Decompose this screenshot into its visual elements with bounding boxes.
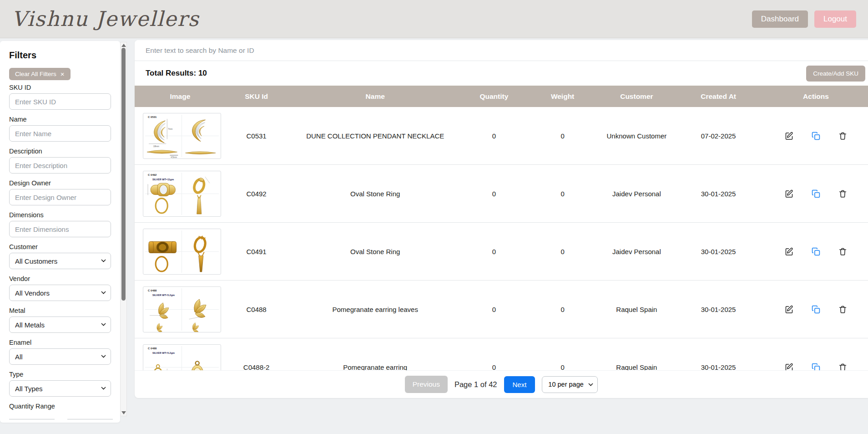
delete-trash-icon[interactable] bbox=[837, 304, 848, 315]
sku-id-cell: C0488-2 bbox=[226, 363, 287, 371]
sku-image-thumbnail[interactable]: C 0488SILVER WT=5.2gm bbox=[143, 344, 221, 371]
copy-icon[interactable] bbox=[810, 304, 822, 315]
filter-label: Quantity Range bbox=[9, 403, 111, 410]
customer-cell: Jaidev Personal bbox=[601, 190, 673, 198]
filter-select-vendor[interactable]: All Vendors bbox=[9, 285, 111, 301]
svg-text:SILVER WT=11gm: SILVER WT=11gm bbox=[152, 178, 174, 181]
scrollbar-track[interactable] bbox=[121, 47, 126, 411]
actions-cell bbox=[764, 304, 868, 315]
previous-page-button[interactable]: Previous bbox=[405, 376, 448, 393]
filter-input-dimensions[interactable] bbox=[9, 221, 111, 237]
svg-text:C 0531: C 0531 bbox=[148, 116, 157, 118]
sku-id-cell: C0488 bbox=[226, 306, 287, 313]
column-header-quantity: Quantity bbox=[463, 92, 525, 101]
table-row: C 0488SILVER WT=5.2gmC0488-2Pomegranate … bbox=[135, 338, 868, 370]
filter-label: Design Owner bbox=[9, 179, 111, 187]
weight-cell: 0 bbox=[525, 132, 601, 140]
dashboard-button[interactable]: Dashboard bbox=[752, 10, 808, 28]
pagination-bar: Previous Page 1 of 42 Next 10 per page bbox=[135, 370, 868, 398]
filter-groups: SKU IDNameDescriptionDesign OwnerDimensi… bbox=[9, 84, 111, 397]
actions-cell bbox=[764, 362, 868, 371]
sku-image-thumbnail[interactable]: C 0492SILVER WT=11gm bbox=[143, 171, 221, 217]
copy-icon[interactable] bbox=[810, 246, 822, 257]
created-at-cell: 07-02-2025 bbox=[673, 132, 764, 140]
copy-icon[interactable] bbox=[810, 130, 822, 142]
column-header-created-at: Created At bbox=[673, 92, 764, 101]
table-row: C0491Oval Stone Ring00Jaidev Personal30-… bbox=[135, 223, 868, 281]
scroll-up-arrow-icon[interactable] bbox=[121, 44, 126, 47]
column-header-weight: Weight bbox=[525, 92, 601, 101]
scrollbar-thumb[interactable] bbox=[121, 48, 126, 301]
edit-icon[interactable] bbox=[783, 304, 795, 315]
filters-sidebar: Filters Clear All Filters × SKU IDNameDe… bbox=[0, 41, 120, 423]
svg-text:18mm: 18mm bbox=[153, 145, 159, 147]
clear-all-filters-button[interactable]: Clear All Filters × bbox=[9, 68, 71, 80]
filter-select-enamel[interactable]: All bbox=[9, 348, 111, 365]
svg-text:SILVER WT=5.2gm: SILVER WT=5.2gm bbox=[152, 294, 175, 296]
filter-input-design-owner[interactable] bbox=[9, 189, 111, 205]
quantity-cell: 0 bbox=[463, 190, 525, 198]
delete-trash-icon[interactable] bbox=[837, 246, 848, 257]
quantity-cell: 0 bbox=[463, 132, 525, 140]
quantity-min-input[interactable] bbox=[9, 412, 55, 419]
edit-icon[interactable] bbox=[783, 246, 795, 257]
filter-select-customer[interactable]: All Customers bbox=[9, 253, 111, 269]
sku-image-thumbnail[interactable]: 7mm18mm4.5mmC 0531 bbox=[143, 113, 221, 159]
filter-label: Enamel bbox=[9, 339, 111, 346]
edit-icon[interactable] bbox=[783, 130, 795, 142]
sku-image-thumbnail[interactable] bbox=[143, 229, 221, 275]
sku-table: ImageSKU IdNameQuantityWeightCustomerCre… bbox=[135, 86, 868, 370]
filter-group: CustomerAll Customers bbox=[9, 243, 111, 269]
name-cell: DUNE COLLECTION PENDANT NECKLACE bbox=[287, 132, 463, 140]
filter-input-description[interactable] bbox=[9, 157, 111, 174]
column-header-sku-id: SKU Id bbox=[226, 92, 287, 101]
total-results-value: 10 bbox=[198, 69, 207, 77]
filters-title: Filters bbox=[9, 50, 111, 61]
sku-id-cell: C0531 bbox=[226, 132, 287, 140]
name-cell: Pomegranate earring leaves bbox=[287, 306, 463, 313]
quantity-max-input[interactable] bbox=[67, 412, 113, 419]
table-row: 7mm18mm4.5mmC 0531C0531DUNE COLLECTION P… bbox=[135, 107, 868, 165]
filter-group: Name bbox=[9, 116, 111, 142]
created-at-cell: 30-01-2025 bbox=[673, 190, 764, 198]
search-input[interactable] bbox=[135, 40, 868, 61]
svg-text:C 0488: C 0488 bbox=[148, 289, 157, 292]
column-header-actions: Actions bbox=[764, 92, 868, 101]
svg-text:SILVER WT=5.2gm: SILVER WT=5.2gm bbox=[152, 352, 175, 354]
quantity-cell: 0 bbox=[463, 306, 525, 313]
filter-group: MetalAll Metals bbox=[9, 307, 111, 333]
edit-icon[interactable] bbox=[783, 188, 795, 199]
image-cell: C 0492SILVER WT=11gm bbox=[135, 171, 226, 217]
actions-cell bbox=[764, 188, 868, 199]
create-add-sku-button[interactable]: Create/Add SKU bbox=[806, 66, 865, 82]
sku-image-thumbnail[interactable]: C 0488SILVER WT=5.2gm bbox=[143, 286, 221, 332]
sidebar-scrollbar[interactable] bbox=[120, 42, 127, 416]
next-page-button[interactable]: Next bbox=[504, 376, 535, 393]
logout-button[interactable]: Logout bbox=[814, 10, 856, 28]
delete-trash-icon[interactable] bbox=[837, 188, 848, 199]
table-header-row: ImageSKU IdNameQuantityWeightCustomerCre… bbox=[135, 86, 868, 107]
delete-trash-icon[interactable] bbox=[837, 130, 848, 142]
customer-cell: Unknown Customer bbox=[601, 132, 673, 140]
copy-icon[interactable] bbox=[810, 362, 822, 371]
filter-select-type[interactable]: All Types bbox=[9, 380, 111, 397]
delete-trash-icon[interactable] bbox=[837, 362, 848, 371]
filter-label: Dimensions bbox=[9, 211, 111, 219]
sku-id-cell: C0492 bbox=[226, 190, 287, 198]
close-icon[interactable]: × bbox=[61, 72, 65, 77]
filter-select-metal[interactable]: All Metals bbox=[9, 317, 111, 333]
scroll-down-arrow-icon[interactable] bbox=[121, 411, 126, 414]
image-cell: 7mm18mm4.5mmC 0531 bbox=[135, 113, 226, 159]
filter-input-name[interactable] bbox=[9, 125, 111, 142]
copy-icon[interactable] bbox=[810, 188, 822, 199]
total-results: Total Results: 10 bbox=[146, 69, 207, 78]
quantity-cell: 0 bbox=[463, 363, 525, 371]
per-page-select[interactable]: 10 per page bbox=[542, 376, 598, 393]
filter-label: Type bbox=[9, 371, 111, 378]
name-cell: Oval Stone Ring bbox=[287, 248, 463, 255]
edit-icon[interactable] bbox=[783, 362, 795, 371]
filter-input-sku-id[interactable] bbox=[9, 93, 111, 110]
sidebar-container: Filters Clear All Filters × SKU IDNameDe… bbox=[0, 38, 132, 434]
results-card: Total Results: 10 Create/Add SKU ImageSK… bbox=[135, 40, 868, 398]
quantity-range-filter: Quantity Range bbox=[9, 403, 111, 419]
